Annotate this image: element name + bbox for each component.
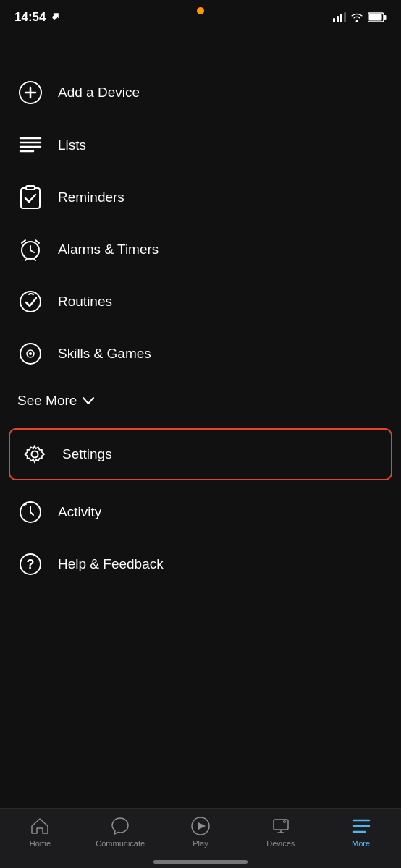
menu-item-skills-games[interactable]: Skills & Games bbox=[0, 328, 401, 380]
devices-nav-label: Devices bbox=[266, 839, 295, 848]
more-nav-icon bbox=[351, 816, 371, 836]
svg-rect-5 bbox=[384, 15, 387, 20]
status-icons bbox=[333, 12, 387, 22]
menu-section: Add a Device Lists Reminders bbox=[0, 67, 401, 590]
orange-dot-indicator bbox=[197, 7, 204, 14]
battery-icon bbox=[368, 12, 387, 22]
activity-label: Activity bbox=[58, 504, 101, 520]
nav-item-devices[interactable]: Devices bbox=[240, 816, 321, 848]
menu-item-help-feedback[interactable]: ? Help & Feedback bbox=[0, 538, 401, 590]
skills-games-label: Skills & Games bbox=[58, 346, 151, 362]
status-bar: 14:54 bbox=[0, 0, 401, 30]
status-time: 14:54 bbox=[14, 10, 59, 25]
clipboard-check-icon bbox=[17, 184, 43, 210]
svg-point-37 bbox=[284, 821, 285, 822]
clock: 14:54 bbox=[14, 10, 46, 25]
add-device-label: Add a Device bbox=[58, 85, 140, 101]
bottom-nav: Home Communicate Play bbox=[0, 808, 401, 868]
settings-gear-icon bbox=[22, 441, 48, 467]
svg-rect-1 bbox=[337, 16, 339, 22]
menu-item-settings[interactable]: Settings bbox=[9, 428, 392, 480]
home-nav-label: Home bbox=[30, 839, 51, 848]
play-nav-label: Play bbox=[193, 839, 208, 848]
alarm-icon bbox=[17, 237, 43, 263]
svg-line-21 bbox=[25, 259, 27, 260]
svg-rect-3 bbox=[344, 12, 346, 22]
menu-item-add-device[interactable]: Add a Device bbox=[0, 67, 401, 119]
nav-item-play[interactable]: Play bbox=[161, 816, 241, 848]
devices-nav-icon bbox=[271, 816, 291, 836]
svg-text:?: ? bbox=[27, 557, 35, 571]
communicate-nav-label: Communicate bbox=[96, 839, 145, 848]
nav-item-communicate[interactable]: Communicate bbox=[80, 816, 161, 848]
see-more-button[interactable]: See More bbox=[0, 380, 401, 422]
menu-item-alarms-timers[interactable]: Alarms & Timers bbox=[0, 224, 401, 276]
svg-point-27 bbox=[32, 451, 38, 458]
activity-icon bbox=[17, 499, 43, 525]
divider-2 bbox=[17, 422, 384, 422]
settings-label: Settings bbox=[62, 446, 112, 462]
signal-icon bbox=[333, 12, 346, 22]
play-nav-icon bbox=[190, 816, 211, 836]
svg-rect-6 bbox=[369, 14, 382, 21]
home-indicator bbox=[153, 860, 248, 864]
chevron-down-icon bbox=[83, 397, 94, 404]
svg-point-23 bbox=[20, 292, 41, 312]
nav-item-home[interactable]: Home bbox=[0, 816, 80, 848]
svg-rect-14 bbox=[21, 188, 40, 208]
menu-item-routines[interactable]: Routines bbox=[0, 276, 401, 328]
svg-rect-0 bbox=[333, 18, 335, 22]
home-nav-icon bbox=[30, 816, 50, 836]
skills-games-icon bbox=[17, 341, 43, 367]
svg-line-19 bbox=[22, 240, 25, 243]
svg-point-26 bbox=[29, 352, 32, 355]
menu-item-lists[interactable]: Lists bbox=[0, 119, 401, 171]
svg-rect-33 bbox=[274, 820, 288, 830]
routines-label: Routines bbox=[58, 294, 112, 310]
svg-line-18 bbox=[30, 250, 34, 252]
more-nav-label: More bbox=[352, 839, 370, 848]
svg-rect-2 bbox=[340, 14, 342, 22]
wifi-icon bbox=[350, 12, 363, 22]
plus-circle-icon bbox=[17, 80, 43, 106]
svg-rect-15 bbox=[26, 186, 35, 190]
communicate-nav-icon bbox=[110, 816, 130, 836]
svg-line-20 bbox=[35, 240, 39, 243]
routines-icon bbox=[17, 289, 43, 315]
lists-label: Lists bbox=[58, 137, 86, 153]
svg-marker-32 bbox=[198, 822, 206, 830]
list-icon bbox=[17, 132, 43, 158]
help-feedback-label: Help & Feedback bbox=[58, 556, 164, 572]
alarms-timers-label: Alarms & Timers bbox=[58, 242, 159, 258]
svg-line-22 bbox=[34, 259, 35, 260]
navigation-arrow-icon bbox=[49, 12, 59, 22]
menu-item-reminders[interactable]: Reminders bbox=[0, 171, 401, 224]
see-more-label: See More bbox=[17, 393, 77, 409]
reminders-label: Reminders bbox=[58, 190, 124, 205]
menu-item-activity[interactable]: Activity bbox=[0, 486, 401, 538]
help-icon: ? bbox=[17, 551, 43, 577]
nav-item-more[interactable]: More bbox=[321, 816, 401, 848]
